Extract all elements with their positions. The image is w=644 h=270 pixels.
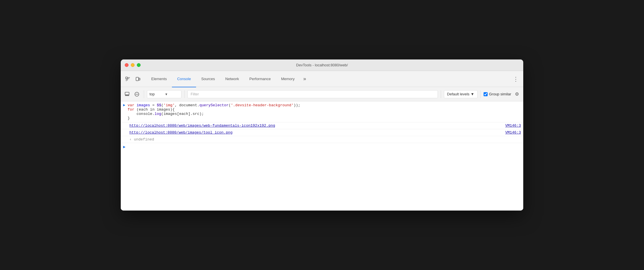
inspect-element-button[interactable] — [123, 74, 132, 84]
log-link-2[interactable]: http://localhost:8080/web/images/tool_ic… — [129, 130, 503, 135]
console-settings-button[interactable]: ⚙ — [513, 90, 521, 98]
close-button[interactable] — [125, 63, 129, 67]
clear-console-button[interactable] — [133, 90, 141, 98]
prompt-arrow-icon: ► — [121, 101, 128, 122]
input-prompt-icon: ► — [123, 145, 125, 149]
svg-rect-0 — [126, 77, 127, 79]
console-output: ► var images = $$('img', document.queryS… — [121, 101, 523, 211]
toolbar-divider-4 — [480, 90, 481, 98]
toolbar-divider-2 — [184, 90, 185, 98]
tab-icon-group — [123, 74, 143, 84]
return-arrow-icon: ‹ — [129, 137, 132, 142]
console-log-line-2: http://localhost:8080/web/images/tool_ic… — [121, 129, 523, 136]
tab-performance[interactable]: Performance — [244, 71, 276, 87]
chevron-down-icon: ▼ — [165, 92, 179, 96]
fn-querySelector: querySelector — [200, 103, 229, 107]
vm-ref-1[interactable]: VM146:3 — [505, 124, 521, 128]
maximize-button[interactable] — [137, 63, 141, 67]
log-levels-button[interactable]: Default levels ▼ — [444, 90, 478, 98]
window-title: DevTools - localhost:8080/web/ — [296, 63, 348, 67]
devtools-panel: Elements Console Sources Network Perform… — [121, 71, 523, 211]
show-console-drawer-button[interactable] — [123, 90, 131, 98]
tab-network[interactable]: Network — [220, 71, 244, 87]
var-images: images — [137, 103, 150, 107]
execution-context-selector[interactable]: top ▼ — [147, 90, 181, 98]
toolbar-divider-1 — [144, 90, 144, 98]
keyword-for: for — [128, 107, 134, 112]
group-similar-checkbox[interactable] — [484, 92, 488, 96]
filter-input[interactable] — [187, 90, 438, 98]
titlebar: DevTools - localhost:8080/web/ — [121, 59, 523, 71]
tab-sources[interactable]: Sources — [196, 71, 220, 87]
code-entry[interactable]: var images = $$('img', document.querySel… — [128, 101, 523, 122]
fn-$$: $$ — [157, 103, 161, 107]
devtools-window: DevTools - localhost:8080/web/ — [121, 59, 523, 211]
fn-log: log — [154, 112, 161, 116]
levels-chevron-icon: ▼ — [471, 92, 474, 96]
svg-rect-1 — [136, 77, 139, 81]
group-similar-label: Group similar — [489, 92, 511, 96]
console-log-line-1: http://localhost:8080/web/images/web-fun… — [121, 122, 523, 129]
svg-rect-3 — [125, 92, 129, 95]
log-link-1[interactable]: http://localhost:8080/web/images/web-fun… — [129, 124, 503, 128]
undefined-value: undefined — [134, 137, 154, 142]
vm-ref-2[interactable]: VM146:3 — [505, 130, 521, 135]
devtools-menu-button[interactable]: ⋮ — [511, 71, 521, 87]
console-undefined-line: ‹ undefined — [121, 136, 523, 143]
str-class: '.devsite-header-background' — [231, 103, 294, 107]
group-similar-checkbox-wrapper[interactable]: Group similar — [484, 92, 511, 96]
keyword-var: var — [128, 103, 134, 107]
traffic-lights — [125, 63, 141, 67]
svg-rect-2 — [139, 78, 140, 80]
more-tabs-button[interactable]: » — [301, 71, 308, 87]
minimize-button[interactable] — [131, 63, 135, 67]
toolbar-divider-3 — [441, 90, 441, 98]
tab-console[interactable]: Console — [172, 71, 196, 87]
str-img: 'img' — [164, 103, 175, 107]
device-toolbar-button[interactable] — [133, 74, 143, 84]
console-entry-code: ► var images = $$('img', document.queryS… — [121, 101, 523, 122]
console-input-line[interactable]: ► — [121, 143, 523, 151]
tabs-bar: Elements Console Sources Network Perform… — [121, 71, 523, 87]
console-toolbar: top ▼ Default levels ▼ Group similar ⚙ — [121, 87, 523, 101]
tab-memory[interactable]: Memory — [276, 71, 300, 87]
tab-elements[interactable]: Elements — [146, 71, 172, 87]
